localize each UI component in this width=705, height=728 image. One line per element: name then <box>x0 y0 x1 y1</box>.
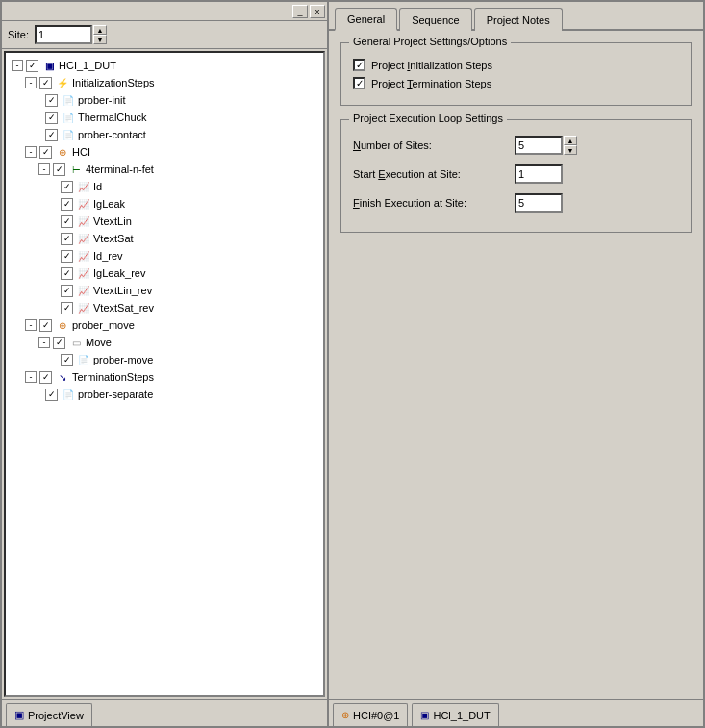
tab-project-notes-label: Project Notes <box>487 14 550 26</box>
init-node-icon: ⚡ <box>55 75 70 90</box>
tree-row[interactable]: - ✓ ▭ Move <box>6 334 323 351</box>
dut-node-icon: ▣ <box>41 58 57 73</box>
title-bar: _ x <box>2 2 327 21</box>
check-box[interactable]: ✓ <box>61 181 73 193</box>
tree-view[interactable]: - ✓ ▣ HCI_1_DUT - ✓ ⚡ InitializationStep… <box>4 51 325 697</box>
check-box[interactable]: ✓ <box>61 267 73 280</box>
node-label: prober-separate <box>78 389 153 400</box>
expand-icon[interactable]: - <box>25 77 37 88</box>
node-label: ThermalChuck <box>78 112 147 123</box>
expand-icon[interactable]: - <box>12 60 23 71</box>
check-box[interactable]: ✓ <box>61 302 73 314</box>
check-box[interactable]: ✓ <box>45 94 58 107</box>
term-steps-checkbox[interactable]: ✓ <box>353 77 365 89</box>
finish-exec-label: Finish Execution at Site: <box>353 197 507 209</box>
tree-row[interactable]: - ✓ ⚡ InitializationSteps <box>6 74 323 91</box>
check-box[interactable]: ✓ <box>45 389 58 401</box>
hci-bottom-tab[interactable]: ⊕ HCI#0@1 <box>333 703 408 726</box>
check-box[interactable]: ✓ <box>39 77 52 89</box>
num-sites-spin-down[interactable]: ▼ <box>564 145 577 155</box>
site-spin-up[interactable]: ▲ <box>93 25 107 35</box>
tree-row[interactable]: ✓ 📈 IgLeak <box>6 195 323 213</box>
check-box[interactable]: ✓ <box>61 215 73 228</box>
tree-row[interactable]: - ✓ ⊕ prober_move <box>6 316 323 334</box>
tree-row[interactable]: ✓ 📄 ThermalChuck <box>6 109 323 126</box>
start-exec-label: Start Execution at Site: <box>353 168 507 180</box>
check-box[interactable]: ✓ <box>61 233 73 245</box>
node-label: prober-move <box>93 354 153 365</box>
start-exec-row: Start Execution at Site: <box>353 164 679 184</box>
node-label: IgLeak_rev <box>93 267 145 279</box>
tab-sequence[interactable]: Sequence <box>399 8 472 31</box>
left-panel: _ x Site: ▲ ▼ - ✓ ▣ HCI_1_DUT <box>2 2 329 726</box>
expand-icon[interactable]: - <box>38 337 50 348</box>
main-window: _ x Site: ▲ ▼ - ✓ ▣ HCI_1_DUT <box>0 0 705 728</box>
tree-row[interactable]: ✓ 📈 VtextSat_rev <box>6 299 323 316</box>
check-box[interactable]: ✓ <box>39 371 52 384</box>
init-steps-checkbox[interactable]: ✓ <box>353 59 365 71</box>
site-input-wrap: ▲ ▼ <box>35 25 107 44</box>
tree-row[interactable]: ✓ 📈 Id <box>6 178 323 195</box>
num-sites-input[interactable] <box>515 136 563 155</box>
tree-row[interactable]: ✓ 📄 prober-contact <box>6 126 323 143</box>
check-box[interactable]: ✓ <box>45 112 58 124</box>
tree-row[interactable]: - ✓ ⊢ 4terminal-n-fet <box>6 161 323 178</box>
node-label: prober-contact <box>78 129 146 140</box>
tree-row[interactable]: ✓ 📈 VtextLin_rev <box>6 282 323 299</box>
check-box[interactable]: ✓ <box>61 250 73 263</box>
node-label: IgLeak <box>93 198 125 210</box>
doc-node-icon: 📄 <box>61 127 76 142</box>
check-box[interactable]: ✓ <box>61 354 73 366</box>
expand-icon[interactable]: - <box>25 146 37 158</box>
node-label: prober-init <box>78 94 126 106</box>
node-label: VtextSat <box>93 233 134 244</box>
tree-row[interactable]: ✓ 📈 IgLeak_rev <box>6 264 323 282</box>
tree-row[interactable]: ✓ 📄 prober-separate <box>6 386 323 403</box>
check-box[interactable]: ✓ <box>39 319 52 332</box>
node-label: 4terminal-n-fet <box>86 163 154 175</box>
check-box[interactable]: ✓ <box>53 337 65 349</box>
right-panel: General Sequence Project Notes General P… <box>329 2 703 726</box>
expand-icon[interactable]: - <box>25 371 37 383</box>
expand-icon[interactable]: - <box>38 163 50 175</box>
tab-general[interactable]: General <box>335 8 397 31</box>
node-label: InitializationSteps <box>72 77 155 88</box>
doc-node-icon: 📄 <box>76 352 91 367</box>
meas-node-icon: 📈 <box>76 248 91 264</box>
tree-row[interactable]: ✓ 📄 prober-init <box>6 91 323 109</box>
tab-bar: General Sequence Project Notes <box>329 2 703 31</box>
tree-row[interactable]: ✓ 📈 VtextSat <box>6 230 323 247</box>
start-exec-input[interactable] <box>515 164 563 184</box>
init-steps-row: ✓ Project Initialization Steps <box>353 59 679 71</box>
check-box[interactable]: ✓ <box>61 285 73 297</box>
tree-row[interactable]: - ✓ ⊕ HCI <box>6 143 323 161</box>
dut-bottom-tab[interactable]: ▣ HCl_1_DUT <box>412 703 498 726</box>
check-box[interactable]: ✓ <box>61 198 73 211</box>
tab-sequence-label: Sequence <box>412 14 460 26</box>
check-box[interactable]: ✓ <box>53 163 65 176</box>
meas-node-icon: 📈 <box>76 196 91 212</box>
tab-project-notes[interactable]: Project Notes <box>474 8 563 31</box>
node-label: Id_rev <box>93 250 123 262</box>
project-view-tab[interactable]: ▣ ProjectView <box>6 703 92 726</box>
site-spin-down[interactable]: ▼ <box>93 35 107 44</box>
tree-row[interactable]: - ✓ ↘ TerminationSteps <box>6 368 323 386</box>
num-sites-spin-up[interactable]: ▲ <box>564 136 577 145</box>
dut-bottom-icon: ▣ <box>420 710 429 720</box>
rect-node-icon: ▭ <box>68 335 84 350</box>
num-sites-row: Number of Sites: ▲ ▼ <box>353 136 679 155</box>
tree-row[interactable]: ✓ 📄 prober-move <box>6 351 323 368</box>
expand-icon[interactable]: - <box>25 319 37 331</box>
tree-row[interactable]: ✓ 📈 VtextLin <box>6 213 323 230</box>
loop-settings-group: Project Execution Loop Settings Number o… <box>340 119 692 233</box>
dut-bottom-label: HCl_1_DUT <box>433 710 490 721</box>
close-button[interactable]: x <box>310 5 325 18</box>
site-input[interactable] <box>35 25 92 44</box>
minimize-button[interactable]: _ <box>292 5 308 18</box>
check-box[interactable]: ✓ <box>26 60 38 72</box>
tree-row[interactable]: - ✓ ▣ HCI_1_DUT <box>6 57 323 74</box>
check-box[interactable]: ✓ <box>45 129 58 141</box>
tree-row[interactable]: ✓ 📈 Id_rev <box>6 247 323 264</box>
finish-exec-input[interactable] <box>515 193 563 213</box>
check-box[interactable]: ✓ <box>39 146 52 159</box>
